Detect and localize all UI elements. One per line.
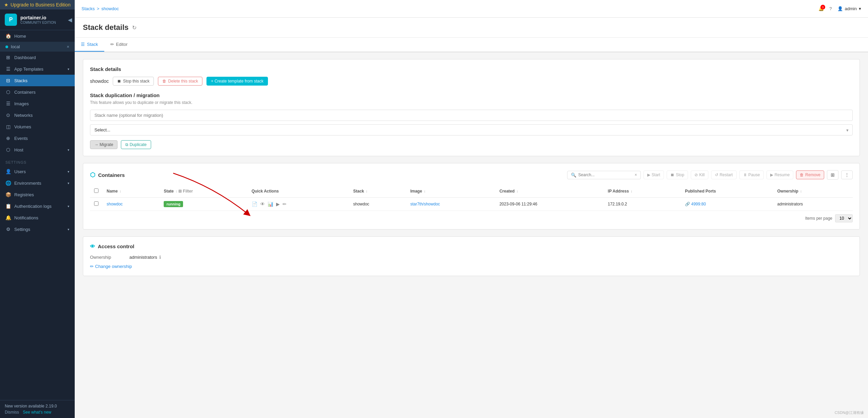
search-clear-button[interactable]: ×	[635, 172, 637, 177]
row-image-cell: star7th/showdoc	[406, 198, 495, 211]
help-icon[interactable]: ?	[829, 6, 832, 11]
ownership-sort-icon[interactable]: ↕	[800, 189, 802, 193]
upgrade-banner[interactable]: ★ Upgrade to Business Edition	[0, 0, 75, 10]
whats-new-button[interactable]: See what's new	[23, 410, 51, 415]
columns-button[interactable]: ⊞	[827, 170, 838, 180]
settings-label: Settings	[14, 227, 30, 232]
tab-editor[interactable]: ✏ Editor	[104, 38, 134, 52]
stop-button[interactable]: ⏹ Stop	[667, 170, 688, 179]
content-area: ☰ Stack ✏ Editor Stack details showdoc ⏹…	[75, 38, 868, 418]
restart-button[interactable]: ↺ Restart	[711, 170, 737, 179]
app-templates-icon: ☰	[5, 66, 11, 72]
edit-action-icon[interactable]: ✏	[283, 201, 287, 207]
page-title: Stack details	[83, 23, 129, 32]
sidebar-item-app-templates[interactable]: ☰ App Templates ▾	[0, 63, 75, 75]
migration-name-input[interactable]	[90, 110, 853, 121]
sidebar-item-notifications[interactable]: 🔔 Notifications	[0, 212, 75, 223]
sidebar-item-images[interactable]: ☰ Images	[0, 98, 75, 109]
sidebar-item-networks[interactable]: ⊙ Networks	[0, 109, 75, 121]
stats-action-icon[interactable]: 📊	[268, 201, 273, 207]
kill-button[interactable]: ⊘ Kill	[691, 170, 708, 179]
collapse-button[interactable]: ◀	[68, 17, 72, 23]
change-ownership-label: Change ownership	[95, 264, 132, 269]
sidebar-item-events[interactable]: ⊕ Events	[0, 132, 75, 144]
notifications-bell[interactable]: 🔔 1	[818, 6, 824, 11]
sidebar-item-home[interactable]: 🏠 Home	[0, 30, 75, 42]
images-label: Images	[14, 101, 29, 106]
more-options-button[interactable]: ⋮	[841, 170, 853, 179]
stack-tab-icon: ☰	[81, 42, 85, 47]
sidebar-item-host[interactable]: ⬡ Host ▾	[0, 144, 75, 156]
name-sort-icon[interactable]: ↕	[120, 189, 121, 193]
inspect-action-icon[interactable]: 👁	[260, 201, 265, 207]
notification-badge: 1	[820, 5, 825, 10]
migrate-button[interactable]: → Migrate	[90, 140, 117, 149]
duplicate-button[interactable]: ⧉ Duplicate	[121, 140, 151, 149]
select-all-checkbox[interactable]	[94, 188, 98, 193]
delete-stack-button[interactable]: 🗑 Delete this stack	[158, 77, 202, 86]
create-template-button[interactable]: + Create template from stack	[206, 77, 268, 86]
stop-stack-button[interactable]: ⏹ Stop this stack	[113, 77, 154, 86]
image-link[interactable]: star7th/showdoc	[410, 202, 440, 206]
th-image: Image ↕	[406, 185, 495, 198]
sidebar-item-auth-logs[interactable]: 📋 Authentication logs ▾	[0, 200, 75, 212]
start-button[interactable]: ▶ Start	[644, 170, 664, 179]
env-status-dot	[5, 46, 8, 48]
sidebar-item-settings[interactable]: ⚙ Settings ▾	[0, 223, 75, 235]
containers-actions: 🔍 × ▶ Start ⏹ Stop ⊘	[567, 170, 853, 180]
state-sort-icon[interactable]: ↕	[176, 189, 177, 193]
remove-button[interactable]: 🗑 Remove	[796, 170, 824, 179]
port-link[interactable]: 🔗 4999:80	[685, 202, 706, 206]
items-per-page-label: Items per page	[805, 216, 832, 221]
upgrade-label[interactable]: Upgrade to Business Edition	[11, 2, 71, 7]
stack-sort-icon[interactable]: ↕	[366, 189, 367, 193]
user-menu[interactable]: 👤 admin ▾	[837, 6, 861, 11]
th-quick-actions: Quick Actions	[248, 185, 349, 198]
container-name-link[interactable]: showdoc	[107, 202, 123, 206]
images-icon: ☰	[5, 101, 11, 106]
registries-label: Registries	[14, 192, 34, 197]
change-ownership-button[interactable]: ✏ Change ownership	[90, 264, 853, 269]
auth-logs-arrow: ▾	[68, 204, 69, 208]
logs-action-icon[interactable]: 📄	[252, 201, 257, 207]
create-template-label: + Create template from stack	[211, 79, 263, 84]
sidebar-bottom: New version available 2.19.0 Dismiss See…	[0, 400, 75, 418]
created-sort-icon[interactable]: ↕	[517, 189, 518, 193]
pause-button[interactable]: ⏸ Pause	[739, 170, 764, 179]
sidebar-item-stacks[interactable]: ⊟ Stacks	[0, 75, 75, 86]
editor-tab-label: Editor	[116, 42, 128, 47]
editor-tab-icon: ✏	[110, 42, 114, 47]
topbar-right: 🔔 1 ? 👤 admin ▾	[818, 6, 861, 11]
migration-desc: This feature allows you to duplicate or …	[90, 100, 853, 105]
stop-icon: ⏹	[670, 172, 674, 177]
row-checkbox[interactable]	[94, 201, 98, 206]
tabs-panel: ☰ Stack ✏ Editor	[75, 38, 868, 52]
sidebar-item-volumes[interactable]: ◫ Volumes	[0, 121, 75, 132]
tab-stack[interactable]: ☰ Stack	[75, 38, 104, 52]
star-icon: ★	[4, 2, 8, 7]
migration-endpoint-select[interactable]: Select...	[90, 124, 853, 135]
users-arrow: ▾	[68, 170, 69, 174]
sidebar-item-registries[interactable]: 📦 Registries	[0, 189, 75, 200]
sidebar-item-dashboard[interactable]: ⊞ Dashboard	[0, 52, 75, 63]
ip-sort-icon[interactable]: ↕	[631, 189, 632, 193]
host-icon: ⬡	[5, 147, 11, 152]
sidebar-item-users[interactable]: 👤 Users ▾	[0, 166, 75, 177]
sidebar-item-containers[interactable]: ⬡ Containers	[0, 86, 75, 98]
dismiss-button[interactable]: Dismiss	[5, 410, 19, 415]
items-per-page-select[interactable]: 10 25 50	[835, 214, 853, 222]
sidebar-item-environments[interactable]: 🌐 Environments ▾	[0, 177, 75, 189]
console-action-icon[interactable]: ▶	[276, 201, 280, 207]
access-icon: 👁	[90, 243, 95, 249]
logo-sub: COMMUNITY EDITION	[20, 21, 56, 24]
ownership-info-icon[interactable]: ℹ	[159, 255, 161, 260]
stop-stack-icon: ⏹	[117, 79, 121, 84]
breadcrumb-stacks[interactable]: Stacks	[82, 6, 95, 11]
resume-button[interactable]: ▶ Resume	[766, 170, 794, 179]
search-input[interactable]	[578, 172, 633, 177]
env-close-button[interactable]: ×	[67, 44, 69, 49]
stack-name: showdoc	[90, 78, 109, 84]
filter-icon[interactable]: ⊞ Filter	[178, 189, 193, 194]
refresh-button[interactable]: ↻	[132, 24, 137, 31]
image-sort-icon[interactable]: ↕	[424, 189, 426, 193]
